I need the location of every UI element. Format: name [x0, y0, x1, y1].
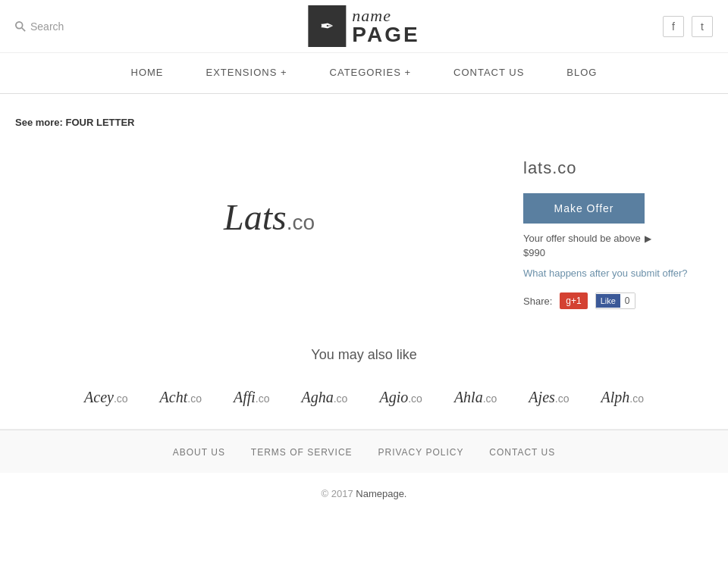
- nav-contact[interactable]: CONTACT US: [432, 53, 545, 93]
- fb-like-button[interactable]: Like 0: [595, 292, 635, 309]
- logo-page: PAGE: [352, 24, 419, 45]
- also-like-word: Affi: [234, 389, 256, 405]
- footer-links: ABOUT US TERMS OF SERVICE PRIVACY POLICY…: [0, 430, 728, 473]
- also-like-item[interactable]: Acey.co: [72, 381, 140, 414]
- copy-prefix: © 2017: [322, 488, 353, 499]
- search-area[interactable]: Search: [15, 20, 64, 33]
- share-label: Share:: [523, 296, 552, 307]
- what-happens-link[interactable]: What happens after you submit offer?: [523, 267, 713, 279]
- nav-blog[interactable]: BLOG: [545, 53, 618, 93]
- site-logo: name PAGE: [308, 5, 419, 47]
- gplus-button[interactable]: g+1: [560, 292, 587, 309]
- also-like-item[interactable]: Ahla.co: [442, 381, 509, 414]
- also-like-ext: .co: [629, 393, 644, 405]
- fb-like-label: Like: [596, 294, 620, 308]
- also-like-word: Alph: [601, 389, 629, 405]
- breadcrumb-link[interactable]: FOUR LETTER: [66, 117, 135, 128]
- domain-word: Lats: [224, 197, 287, 237]
- also-like-item[interactable]: Acht.co: [148, 381, 214, 414]
- footer-about[interactable]: ABOUT US: [173, 447, 225, 458]
- share-row: Share: g+1 Like 0: [523, 292, 713, 309]
- domain-ext: .co: [287, 211, 315, 234]
- also-like-item[interactable]: Affi.co: [221, 381, 282, 414]
- also-like-ext: .co: [187, 393, 202, 405]
- footer-copyright: © 2017 Namepage.: [0, 473, 728, 515]
- offer-price: $990: [523, 247, 713, 258]
- logo-icon: [308, 5, 346, 47]
- nav-home[interactable]: HOME: [110, 53, 185, 93]
- also-like-word: Agha: [302, 389, 334, 405]
- offer-hint-row: Your offer should be above ▶: [523, 233, 713, 244]
- offer-hint-text: Your offer should be above: [523, 233, 641, 244]
- also-like-word: Ajes: [529, 389, 554, 405]
- breadcrumb-prefix: See more:: [15, 117, 63, 128]
- also-like-title: You may also like: [15, 347, 713, 363]
- also-like-word: Agio: [379, 389, 408, 405]
- also-like-item[interactable]: Alph.co: [588, 381, 655, 414]
- domain-logo-area: Lats.co: [15, 151, 523, 283]
- search-icon: [15, 21, 26, 32]
- logo-text: name PAGE: [352, 8, 419, 45]
- also-like-ext: .co: [256, 393, 270, 405]
- nav-extensions[interactable]: EXTENSIONS +: [185, 53, 309, 93]
- also-like-section: You may also like Acey.coAcht.coAffi.coA…: [15, 347, 713, 414]
- social-links: f t: [663, 16, 713, 37]
- svg-line-1: [22, 27, 25, 30]
- breadcrumb: See more: FOUR LETTER: [15, 117, 713, 128]
- logo-name: name: [352, 8, 419, 24]
- also-like-word: Acey: [84, 389, 114, 405]
- also-like-word: Ahla: [454, 389, 483, 405]
- also-like-ext: .co: [114, 393, 128, 405]
- twitter-link[interactable]: t: [692, 16, 713, 37]
- domain-section: Lats.co lats.co Make Offer Your offer sh…: [15, 151, 713, 317]
- also-like-ext: .co: [483, 393, 497, 405]
- also-like-item[interactable]: Agio.co: [367, 381, 434, 414]
- also-like-item[interactable]: Ajes.co: [516, 381, 581, 414]
- domain-info-panel: lats.co Make Offer Your offer should be …: [523, 151, 713, 317]
- footer-privacy[interactable]: PRIVACY POLICY: [378, 447, 463, 458]
- arrow-icon: ▶: [645, 233, 651, 244]
- also-like-word: Acht: [160, 389, 188, 405]
- header: Search name PAGE f t: [0, 0, 728, 53]
- also-like-ext: .co: [555, 393, 570, 405]
- also-like-ext: .co: [334, 393, 348, 405]
- also-like-item[interactable]: Agha.co: [290, 381, 360, 414]
- footer-terms[interactable]: TERMS OF SERVICE: [251, 447, 353, 458]
- main-nav: HOME EXTENSIONS + CATEGORIES + CONTACT U…: [0, 53, 728, 94]
- fb-like-count: 0: [620, 293, 635, 308]
- make-offer-button[interactable]: Make Offer: [523, 193, 645, 224]
- svg-point-0: [16, 21, 23, 28]
- facebook-link[interactable]: f: [663, 16, 684, 37]
- also-like-ext: .co: [408, 393, 422, 405]
- nav-categories[interactable]: CATEGORIES +: [309, 53, 432, 93]
- copy-brand[interactable]: Namepage.: [356, 488, 406, 499]
- domain-name-title: lats.co: [523, 158, 713, 178]
- also-like-grid: Acey.coAcht.coAffi.coAgha.coAgio.coAhla.…: [15, 381, 713, 414]
- search-label: Search: [30, 20, 64, 33]
- domain-display: Lats.co: [224, 196, 315, 238]
- main-content: See more: FOUR LETTER Lats.co lats.co Ma…: [0, 94, 728, 429]
- footer-contact[interactable]: CONTACT US: [489, 447, 555, 458]
